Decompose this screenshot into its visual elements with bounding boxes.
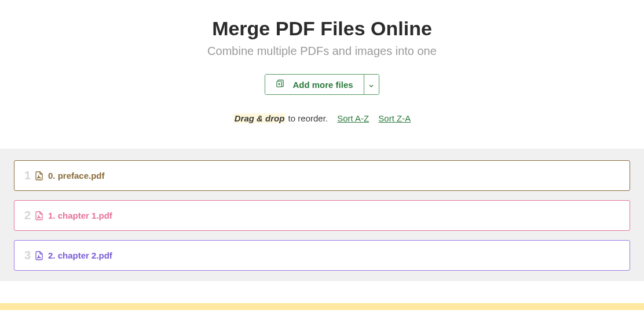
file-index: 2: [23, 209, 35, 222]
file-row[interactable]: 21. chapter 1.pdf: [14, 200, 630, 231]
sort-az-link[interactable]: Sort A-Z: [337, 113, 369, 123]
add-files-dropdown-button[interactable]: [364, 75, 379, 94]
chevron-down-icon: [369, 79, 374, 90]
pdf-file-icon: [35, 211, 43, 220]
page-title: Merge PDF Files Online: [0, 17, 644, 40]
add-files-button-group: Add more files: [265, 74, 379, 95]
add-files-icon: [276, 79, 284, 90]
file-row[interactable]: 10. preface.pdf: [14, 160, 630, 191]
file-name: 0. preface.pdf: [48, 171, 105, 180]
add-files-label: Add more files: [292, 80, 353, 90]
file-name: 1. chapter 1.pdf: [48, 211, 112, 220]
sort-za-link[interactable]: Sort Z-A: [378, 113, 411, 123]
footer-bar: [0, 303, 644, 310]
add-files-row: Add more files: [0, 74, 644, 95]
add-more-files-button[interactable]: Add more files: [265, 75, 363, 94]
file-index: 1: [23, 169, 35, 182]
file-row[interactable]: 32. chapter 2.pdf: [14, 240, 630, 271]
file-name: 2. chapter 2.pdf: [48, 250, 112, 260]
file-index: 3: [23, 249, 35, 262]
pdf-file-icon: [35, 171, 43, 180]
pdf-file-icon: [35, 251, 43, 260]
header-section: Merge PDF Files Online Combine multiple …: [0, 0, 644, 149]
page-subtitle: Combine multiple PDFs and images into on…: [0, 45, 644, 58]
reorder-text: to reorder.: [286, 113, 328, 123]
reorder-instructions: Drag & drop to reorder. Sort A-Z Sort Z-…: [0, 113, 644, 123]
files-list-area: 10. preface.pdf21. chapter 1.pdf32. chap…: [0, 149, 644, 281]
drag-drop-label: Drag & drop: [233, 113, 286, 123]
